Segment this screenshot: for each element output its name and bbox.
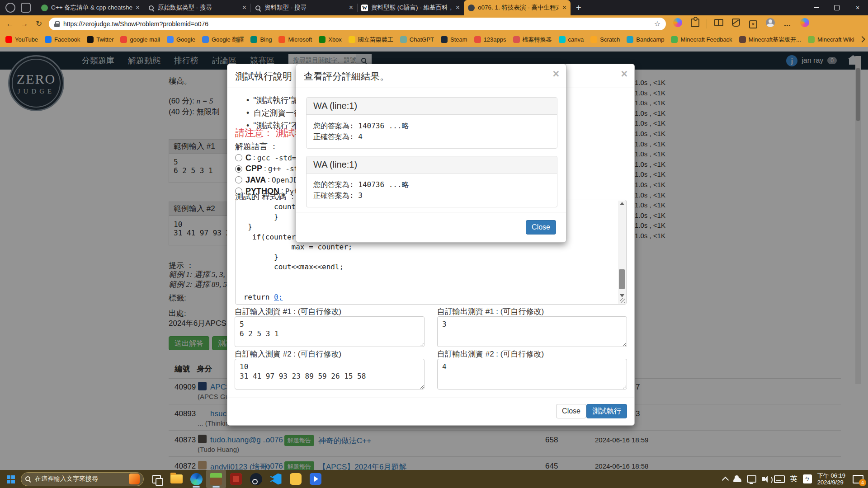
split-screen-icon[interactable] (712, 19, 726, 28)
browser-tab[interactable]: o076. 1. 特技表演 - 高中生程式解× (464, 0, 571, 15)
web-capture-icon[interactable] (729, 19, 743, 29)
collections-icon[interactable]: × (746, 19, 760, 28)
radio-button[interactable] (235, 154, 242, 161)
tab-close-icon[interactable]: × (136, 4, 140, 12)
maximize-button[interactable] (826, 0, 847, 15)
taskbar-clock[interactable]: 下午 06:19 2024/9/29 (817, 472, 845, 486)
address-bar[interactable]: https://zerojudge.tw/ShowProblem?problem… (49, 18, 666, 30)
minecraft-taskbar-icon[interactable] (206, 470, 226, 488)
bookmark-item[interactable]: ChatGPT (400, 36, 434, 43)
bookmark-item[interactable]: Minecraft Wiki (808, 36, 854, 43)
scroll-up-icon[interactable] (620, 202, 624, 205)
browser-tab[interactable]: W資料型態 (C語言) - 維基百科，自× (357, 0, 464, 15)
forward-icon[interactable]: → (17, 19, 32, 28)
favorite-star-icon[interactable]: ☆ (654, 19, 660, 28)
tab-close-icon[interactable]: × (349, 4, 353, 12)
volume-icon[interactable] (762, 477, 765, 481)
bookmark-item[interactable]: Scratch (590, 36, 620, 43)
touch-keyboard-icon[interactable] (774, 475, 785, 483)
bookmark-item[interactable]: Microsoft (278, 36, 312, 43)
bookmark-item[interactable]: Minecraft Feedback (671, 36, 732, 43)
browser-tab[interactable]: C++ 备忘清单 & cpp cheatsheet &× (37, 0, 144, 15)
bookmark-label: Google 翻譯 (212, 36, 244, 44)
test-run-modal-close-button[interactable]: Close (556, 404, 586, 418)
ime-mode-icon[interactable]: ㄅ (803, 474, 812, 483)
tab-close-icon[interactable]: × (242, 4, 246, 12)
close-window-button[interactable]: × (847, 0, 868, 15)
tray-time: 下午 06:19 (817, 472, 845, 479)
url-text[interactable]: https://zerojudge.tw/ShowProblem?problem… (63, 20, 651, 28)
score-modal-close-icon[interactable]: × (552, 68, 559, 80)
bookmark-item[interactable]: canva (559, 36, 584, 43)
copilot-icon[interactable] (797, 18, 812, 29)
tab-close-icon[interactable]: × (456, 4, 460, 12)
bookmark-item[interactable]: Google 翻譯 (202, 36, 244, 44)
yellow-app-taskbar-icon[interactable] (286, 470, 306, 488)
bookmark-item[interactable]: Facebook (45, 36, 80, 43)
bookmark-item[interactable]: 123apps (474, 36, 506, 43)
bookmark-item[interactable]: Google (167, 36, 195, 43)
file-explorer-taskbar-icon[interactable] (166, 470, 186, 488)
bookmarks-overflow-icon[interactable] (859, 36, 865, 42)
result-panel: WA (line:1)您的答案為: 140736 ...略正確答案為: 4 (306, 97, 557, 149)
red-app-taskbar-icon[interactable] (226, 470, 246, 488)
vscode-taskbar-icon[interactable] (266, 470, 286, 488)
onedrive-icon[interactable] (733, 478, 741, 482)
result-list: WA (line:1)您的答案為: 140736 ...略正確答案為: 4WA … (306, 97, 557, 215)
steam-taskbar-icon[interactable] (246, 470, 266, 488)
browser-tab[interactable]: 資料類型 - 搜尋× (250, 0, 357, 15)
bookmark-label: ChatGPT (410, 36, 434, 43)
bookmark-item[interactable]: google mail (120, 36, 160, 43)
radio-button[interactable] (235, 165, 242, 173)
bookmark-item[interactable]: Steam (441, 36, 467, 43)
media-player-taskbar-icon[interactable] (306, 470, 326, 488)
bookmark-item[interactable]: Minecraft基岩版开... (739, 36, 801, 44)
bookmark-item[interactable]: Twitter (87, 36, 113, 43)
more-menu-icon[interactable] (780, 19, 795, 28)
bookmarks-list: YouTubeFacebookTwittergoogle mailGoogleG… (5, 36, 854, 44)
resize-grip-icon[interactable] (620, 298, 625, 303)
bookmark-item[interactable]: Bing (250, 36, 272, 43)
bookmark-item[interactable]: Bandcamp (627, 36, 664, 43)
maximize-icon (834, 5, 840, 10)
code-link[interactable]: 0; (274, 293, 283, 301)
profile-avatar[interactable] (763, 18, 778, 29)
minimize-button[interactable] (806, 0, 826, 15)
bookmark-item[interactable]: 國立苗栗農工 (349, 36, 393, 44)
bookmark-favicon-icon (349, 36, 355, 43)
test-run-modal-close-icon[interactable]: × (621, 68, 627, 80)
bookmark-item[interactable]: 檔案轉換器 (513, 36, 552, 44)
refresh-icon[interactable]: ↻ (32, 19, 46, 28)
tab-actions-icon[interactable] (5, 3, 15, 13)
notification-icon[interactable]: 4 (853, 475, 863, 483)
taskbar-search[interactable]: 在這裡輸入文字來搜尋 (21, 472, 144, 486)
task-view-taskbar-icon[interactable] (146, 470, 166, 488)
score-modal-close-button[interactable]: Close (526, 220, 556, 235)
tray-expand-icon[interactable] (722, 476, 729, 483)
browser-tab[interactable]: 原始数据类型 - 搜尋× (144, 0, 250, 15)
extensions-icon[interactable] (688, 19, 702, 29)
start-button[interactable] (0, 470, 21, 488)
network-icon[interactable] (747, 475, 756, 483)
new-tab-button[interactable]: + (576, 3, 581, 13)
tab-close-icon[interactable]: × (562, 4, 566, 12)
code-scrollbar[interactable] (618, 201, 626, 304)
ime-language-indicator[interactable]: 英 (790, 474, 797, 484)
browser-essentials-icon[interactable] (670, 18, 685, 29)
custom-output-1-field[interactable]: 3 (437, 316, 627, 347)
bing-daily-icon[interactable] (129, 474, 140, 484)
edge-taskbar-icon[interactable] (186, 470, 206, 488)
site-favicon-icon (41, 5, 48, 11)
scroll-down-icon[interactable] (620, 294, 624, 297)
custom-output-1-label: 自訂輸出測資 #1 : (可自行修改) (437, 306, 544, 317)
bookmark-item[interactable]: Xbox (319, 36, 342, 43)
back-icon[interactable]: ← (3, 19, 17, 28)
radio-button[interactable] (235, 176, 242, 183)
test-run-button[interactable]: 測試執行 (586, 404, 627, 418)
custom-output-2-field[interactable]: 4 (437, 359, 627, 389)
bookmark-item[interactable]: YouTube (5, 36, 38, 43)
vertical-tabs-icon[interactable] (21, 3, 31, 13)
scrollbar-thumb[interactable] (619, 269, 625, 289)
custom-input-1-field[interactable]: 5 6 2 5 3 1 (235, 316, 425, 347)
custom-input-2-field[interactable]: 10 31 41 97 93 23 89 59 26 15 58 (235, 359, 425, 389)
